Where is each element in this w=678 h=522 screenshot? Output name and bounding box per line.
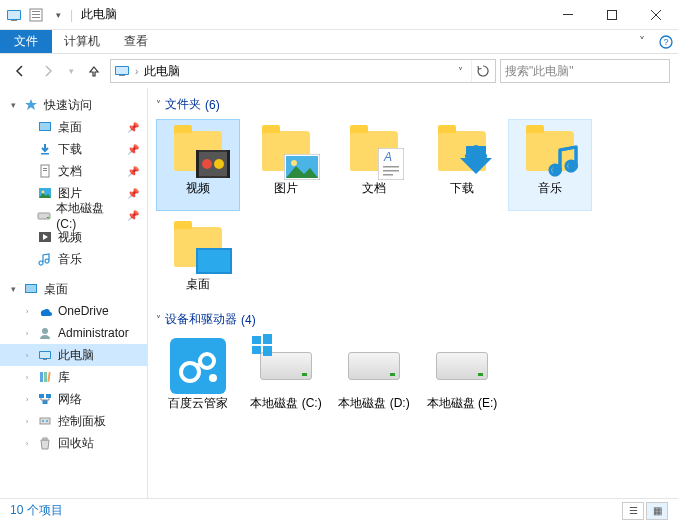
sidebar-item-label: 快速访问 [44,97,92,114]
sidebar-item-label: 回收站 [58,435,94,452]
svg-rect-1 [8,11,20,19]
view-details-button[interactable]: ☰ [622,502,644,520]
breadcrumb-separator-icon[interactable]: › [135,66,138,77]
chevron-right-icon[interactable]: › [22,395,32,404]
sidebar-item-label: 此电脑 [58,347,94,364]
chevron-down-icon[interactable]: ˅ [156,99,161,110]
svg-point-39 [46,420,48,422]
search-input[interactable]: 搜索"此电脑" [500,59,670,83]
sidebar-item-drive[interactable]: 本地磁盘 (C:)📌 [0,204,147,226]
svg-point-38 [42,420,44,422]
sidebar-item-desktop[interactable]: 桌面📌 [0,116,147,138]
item-drive[interactable]: 本地磁盘 (D:) [332,334,416,426]
svg-rect-23 [47,217,49,218]
item-doc[interactable]: A文档 [332,119,416,211]
close-button[interactable] [634,0,678,29]
svg-rect-7 [563,14,573,15]
cpl-icon [36,412,54,430]
tab-file[interactable]: 文件 [0,30,52,53]
item-desktop[interactable]: 桌面 [156,215,240,307]
sidebar-item-label: 库 [58,369,70,386]
sidebar-item-bin[interactable]: ›回收站 [0,432,147,454]
svg-rect-26 [26,285,36,292]
refresh-button[interactable] [471,60,493,82]
drive-icon [348,352,400,380]
svg-rect-22 [38,213,50,219]
svg-rect-29 [40,352,50,358]
sidebar-item-label: 本地磁盘 (C:) [56,200,123,231]
sidebar-item-onedrive[interactable]: ›OneDrive [0,300,147,322]
status-text: 10 个项目 [10,502,63,519]
svg-rect-52 [383,166,399,168]
minimize-button[interactable] [546,0,590,29]
svg-text:?: ? [663,37,668,47]
pic-icon [36,184,54,202]
item-label: 文档 [362,180,386,197]
svg-rect-40 [43,438,47,440]
recent-dropdown[interactable]: ▾ [64,59,78,83]
group-header-folders[interactable]: ˅ 文件夹 (6) [156,96,670,113]
item-label: 下载 [450,180,474,197]
item-baidu[interactable]: 百度云管家 [156,334,240,426]
lib-icon [36,368,54,386]
doc-icon [36,162,54,180]
tab-computer[interactable]: 计算机 [52,30,112,53]
svg-rect-35 [46,394,51,398]
sidebar-item-video[interactable]: 视频 [0,226,147,248]
sidebar-item-lib[interactable]: ›库 [0,366,147,388]
sidebar-item-download[interactable]: 下载📌 [0,138,147,160]
chevron-right-icon[interactable]: › [22,307,32,316]
back-button[interactable] [8,59,32,83]
up-button[interactable] [82,59,106,83]
pin-icon: 📌 [127,188,139,199]
svg-rect-32 [44,372,47,382]
forward-button[interactable] [36,59,60,83]
breadcrumb[interactable]: 此电脑 [142,63,182,80]
item-sysdrive[interactable]: 本地磁盘 (C:) [244,334,328,426]
sidebar-item-pc[interactable]: ›此电脑 [0,344,147,366]
sidebar-item-desktop-root[interactable]: ▾ 桌面 [0,278,147,300]
item-video[interactable]: 视频 [156,119,240,211]
group-header-drives[interactable]: ˅ 设备和驱动器 (4) [156,311,670,328]
svg-rect-2 [11,20,17,21]
pin-icon: 📌 [127,122,139,133]
sidebar-item-label: 控制面板 [58,413,106,430]
chevron-right-icon[interactable]: › [22,329,32,338]
svg-rect-45 [196,150,199,178]
address-bar[interactable]: › 此电脑 ˅ [110,59,496,83]
sidebar-item-doc[interactable]: 文档📌 [0,160,147,182]
item-music[interactable]: 音乐 [508,119,592,211]
svg-rect-31 [40,372,43,382]
qat-properties-icon[interactable] [26,5,46,25]
sidebar-item-net[interactable]: ›网络 [0,388,147,410]
address-dropdown-icon[interactable]: ˅ [454,66,467,77]
sidebar-item-cpl[interactable]: ›控制面板 [0,410,147,432]
help-button[interactable]: ? [654,30,678,53]
window-icon [4,5,24,25]
titlebar: ▾ | 此电脑 [0,0,678,30]
ribbon-expand-button[interactable]: ˅ [630,30,654,53]
svg-rect-8 [608,10,617,19]
user-icon [36,324,54,342]
tab-view[interactable]: 查看 [112,30,160,53]
sidebar-item-music[interactable]: 音乐 [0,248,147,270]
item-label: 本地磁盘 (D:) [338,395,409,412]
view-icons-button[interactable]: ▦ [646,502,668,520]
item-pic[interactable]: 图片 [244,119,328,211]
sidebar-item-quick-access[interactable]: ▾ 快速访问 [0,94,147,116]
qat-dropdown-icon[interactable]: ▾ [48,5,68,25]
sidebar-item-user[interactable]: ›Administrator [0,322,147,344]
chevron-right-icon[interactable]: › [22,351,32,360]
chevron-down-icon[interactable]: ▾ [8,284,18,294]
star-icon [22,96,40,114]
download-icon [36,140,54,158]
chevron-right-icon[interactable]: › [22,417,32,426]
chevron-right-icon[interactable]: › [22,439,32,448]
item-drive[interactable]: 本地磁盘 (E:) [420,334,504,426]
item-download[interactable]: 下载 [420,119,504,211]
chevron-right-icon[interactable]: › [22,373,32,382]
navigation-bar: ▾ › 此电脑 ˅ 搜索"此电脑" [0,54,678,88]
chevron-down-icon[interactable]: ▾ [8,100,18,110]
maximize-button[interactable] [590,0,634,29]
chevron-down-icon[interactable]: ˅ [156,314,161,325]
